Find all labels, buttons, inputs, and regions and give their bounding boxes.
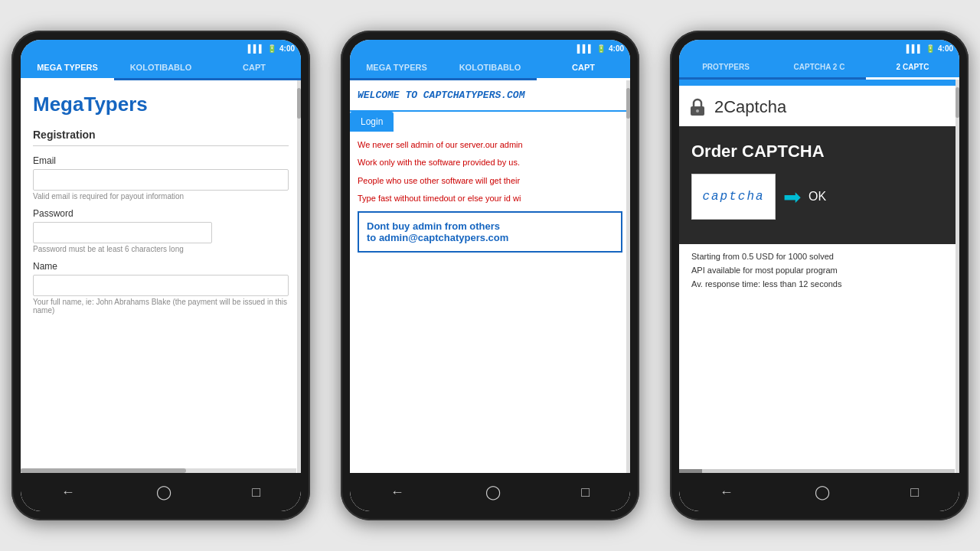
- login-tab-bar: Login: [350, 112, 630, 132]
- welcome-banner: WELCOME TO CAPTCHATYPERS.COM: [350, 80, 630, 112]
- captcha-sample-text: captcha: [702, 190, 764, 204]
- content-area-3: 2Captcha Order CAPTCHA captcha ➡ OK: [679, 80, 959, 473]
- password-input[interactable]: [33, 222, 212, 243]
- signal-icon-3: ▌▌▌: [906, 44, 923, 53]
- captcha-title: 2Captcha: [714, 97, 786, 117]
- signal-icon-2: ▌▌▌: [577, 44, 593, 53]
- tab-kolotibablo-2[interactable]: KOLOTIBABLO: [443, 57, 537, 78]
- scroll-track-3: [956, 80, 959, 473]
- tab-protypers[interactable]: PROTYPERS: [679, 57, 773, 77]
- notice-area: We never sell admin of our server.our ad…: [350, 132, 630, 260]
- horiz-scrollbar-3: [679, 469, 955, 473]
- captcha-sample: captcha: [691, 174, 776, 220]
- horiz-thumb-1: [21, 468, 186, 473]
- recent-btn-3[interactable]: □: [910, 484, 919, 500]
- phone1-form: MegaTypers Registration Email Valid emai…: [21, 80, 301, 334]
- notice-4: Type fast without timedout or else your …: [358, 193, 622, 204]
- svg-point-1: [696, 109, 699, 112]
- tab-bar-2: MEGA TYPERS KOLOTIBABLO CAPT: [350, 57, 630, 80]
- name-label: Name: [33, 261, 289, 272]
- name-hint: Your full name, ie: John Abrahams Blake …: [33, 298, 289, 315]
- content-area-1: MegaTypers Registration Email Valid emai…: [21, 80, 301, 473]
- phones-container: ▌▌▌ 🔋 4:00 MEGA TYPERS KOLOTIBABLO CAPT …: [11, 31, 969, 520]
- status-bar-2: ▌▌▌ 🔋 4:00: [350, 40, 630, 57]
- tab-bar-1: MEGA TYPERS KOLOTIBABLO CAPT: [21, 57, 301, 80]
- horiz-thumb-3: [679, 469, 702, 473]
- tab-captcha2c[interactable]: CAPTCHA 2 C: [773, 57, 866, 77]
- warning-box: Dont buy admin from others to admin@capt…: [358, 211, 622, 253]
- tab-2captc[interactable]: 2 CAPTC: [866, 57, 959, 80]
- warning-line1: Dont buy admin from others: [367, 220, 613, 232]
- phone2-main: WELCOME TO CAPTCHATYPERS.COM Login We ne…: [350, 80, 630, 260]
- password-hint: Password must be at least 6 characters l…: [33, 245, 289, 253]
- battery-icon-2: 🔋: [596, 44, 606, 53]
- warning-line2: to admin@captchatypers.com: [367, 232, 613, 243]
- back-btn-3[interactable]: ←: [720, 484, 733, 500]
- feature-3: Av. response time: less than 12 seconds: [691, 279, 947, 289]
- feature-1: Starting from 0.5 USD for 1000 solved: [691, 252, 947, 261]
- scroll-track-2: [626, 80, 630, 473]
- bottom-nav-2: ← ◯ □: [350, 473, 630, 511]
- home-btn-2[interactable]: ◯: [485, 484, 501, 500]
- phone-3: ▌▌▌ 🔋 4:00 PROTYPERS CAPTCHA 2 C 2 CAPTC: [670, 31, 969, 520]
- notice-2: Work only with the software provided by …: [358, 157, 622, 168]
- order-demo: captcha ➡ OK: [691, 174, 947, 220]
- tab-kolotibablo-1[interactable]: KOLOTIBABLO: [114, 57, 207, 78]
- status-bar-1: ▌▌▌ 🔋 4:00: [21, 40, 301, 57]
- email-input[interactable]: [33, 169, 289, 191]
- back-btn-2[interactable]: ←: [390, 484, 404, 500]
- time-2: 4:00: [609, 44, 624, 53]
- phone-2: ▌▌▌ 🔋 4:00 MEGA TYPERS KOLOTIBABLO CAPT …: [341, 31, 639, 520]
- scroll-thumb-3: [956, 87, 959, 118]
- ok-label: OK: [808, 190, 826, 204]
- tab-megatypers-2[interactable]: MEGA TYPERS: [350, 57, 443, 78]
- email-label: Email: [33, 155, 289, 166]
- feature-list: Starting from 0.5 USD for 1000 solved AP…: [679, 244, 959, 301]
- recent-btn-2[interactable]: □: [581, 484, 590, 500]
- time-3: 4:00: [938, 44, 953, 53]
- signal-icon-1: ▌▌▌: [248, 44, 264, 53]
- tab-capt-2[interactable]: CAPT: [537, 57, 630, 80]
- scroll-thumb-1: [297, 88, 301, 119]
- bottom-nav-1: ← ◯ □: [21, 473, 301, 511]
- bottom-nav-3: ← ◯ □: [679, 473, 959, 511]
- status-bar-3: ▌▌▌ 🔋 4:00: [679, 40, 959, 57]
- content-area-2: WELCOME TO CAPTCHATYPERS.COM Login We ne…: [350, 80, 630, 473]
- recent-btn-1[interactable]: □: [252, 484, 260, 500]
- phone-1: ▌▌▌ 🔋 4:00 MEGA TYPERS KOLOTIBABLO CAPT …: [11, 31, 310, 520]
- scroll-thumb-2: [626, 88, 630, 119]
- home-btn-1[interactable]: ◯: [156, 484, 172, 500]
- phone3-main: 2Captcha Order CAPTCHA captcha ➡ OK: [679, 80, 959, 301]
- site-title-1: MegaTypers: [33, 93, 289, 116]
- order-title: Order CAPTCHA: [691, 142, 947, 161]
- login-tab[interactable]: Login: [350, 112, 394, 132]
- lock-icon: [687, 96, 708, 118]
- registration-title: Registration: [33, 129, 289, 146]
- scroll-track-1: [297, 80, 301, 473]
- captcha-accent-bar: [679, 80, 959, 86]
- feature-2: API available for most popular program: [691, 266, 947, 275]
- back-btn-1[interactable]: ←: [61, 484, 75, 500]
- captcha-title-area: 2Captcha: [679, 86, 959, 126]
- welcome-text: WELCOME TO CAPTCHATYPERS.COM: [358, 90, 622, 101]
- time-1: 4:00: [279, 44, 295, 53]
- battery-icon-3: 🔋: [926, 44, 935, 53]
- password-label: Password: [33, 208, 289, 219]
- notice-1: We never sell admin of our server.our ad…: [358, 139, 622, 151]
- arrow-right-icon: ➡: [783, 184, 801, 210]
- email-hint: Valid email is required for payout infor…: [33, 192, 289, 201]
- notice-3: People who use other software will get t…: [358, 175, 622, 187]
- order-section: Order CAPTCHA captcha ➡ OK: [679, 126, 959, 244]
- battery-icon-1: 🔋: [267, 44, 276, 53]
- tab-capt-1[interactable]: CAPT: [207, 57, 301, 78]
- horiz-scroll-1: [21, 468, 296, 473]
- home-btn-3[interactable]: ◯: [815, 484, 830, 500]
- tab-megatypers-1[interactable]: MEGA TYPERS: [21, 57, 114, 80]
- name-input[interactable]: [33, 275, 289, 296]
- tab-bar-3: PROTYPERS CAPTCHA 2 C 2 CAPTC: [679, 57, 959, 80]
